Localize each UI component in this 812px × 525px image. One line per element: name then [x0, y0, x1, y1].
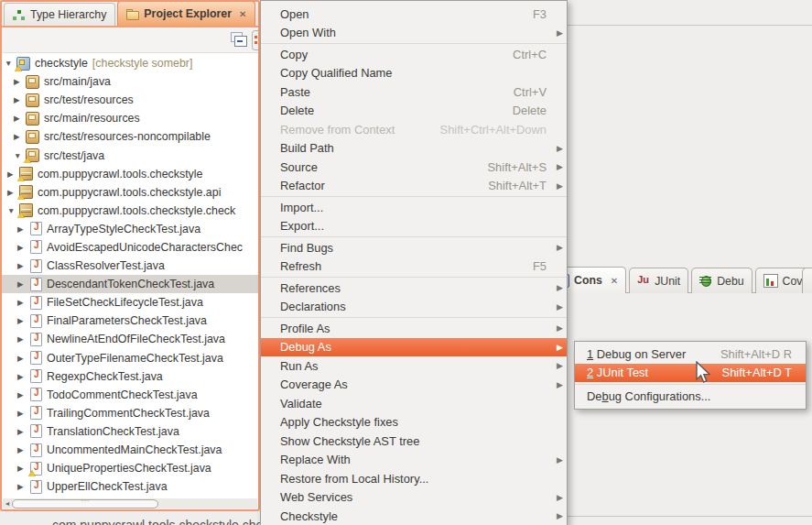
menu-item[interactable]: References ▶: [261, 279, 567, 298]
tree-item[interactable]: src/test/java: [2, 146, 258, 164]
tree-item[interactable]: UpperEllCheckTest.java: [2, 477, 258, 496]
tree-item-label: ClassResolverTest.java: [47, 259, 165, 272]
menu-item-label: Refresh: [280, 259, 321, 273]
tree-item[interactable]: ArrayTypeStyleCheckTest.java: [2, 220, 258, 238]
menu-item[interactable]: Copy Qualified Name ▶: [261, 64, 567, 83]
menu-item[interactable]: Run As ▶: [261, 356, 567, 376]
tree-item[interactable]: AvoidEscapedUnicodeCharactersChec: [2, 238, 258, 257]
menu-item[interactable]: ▶: [261, 317, 567, 318]
menu-item[interactable]: Paste Ctrl+V ▶: [261, 82, 567, 102]
tree-item[interactable]: NewlineAtEndOfFileCheckTest.java: [2, 330, 258, 348]
tree-item[interactable]: FinalParametersCheckTest.java: [2, 312, 258, 330]
expander-icon[interactable]: [14, 95, 24, 104]
tree-item[interactable]: src/main/resources: [2, 109, 258, 127]
menu-item[interactable]: Checkstyle ▶: [261, 507, 567, 525]
menu-item[interactable]: Web Services ▶: [261, 488, 567, 508]
view-menu-button-partial[interactable]: [252, 30, 260, 50]
tree-item[interactable]: FileSetCheckLifecycleTest.java: [2, 293, 258, 312]
expander-icon[interactable]: [17, 464, 27, 473]
expander-icon[interactable]: [5, 59, 15, 68]
menu-item[interactable]: Apply Checkstyle fixes ▶: [261, 413, 567, 432]
tree-item[interactable]: TodoCommentCheckTest.java: [2, 386, 258, 404]
console-tab[interactable]: Debu ✕: [691, 268, 752, 293]
console-tab[interactable]: JUnit ✕: [629, 268, 688, 293]
tree-item[interactable]: com.puppycrawl.tools.checkstyle.api: [2, 183, 258, 202]
menu-item[interactable]: Debug As ▶: [261, 338, 567, 357]
menu-item[interactable]: Build Path ▶: [261, 139, 567, 159]
menu-item[interactable]: Delete Delete ▶: [261, 102, 567, 121]
tree-item[interactable]: RegexpCheckTest.java: [2, 367, 258, 386]
tree-item[interactable]: UncommentedMainCheckTest.java: [2, 441, 258, 459]
expander-icon[interactable]: [14, 132, 24, 141]
expander-icon[interactable]: [17, 261, 27, 270]
submenu-item[interactable]: Debug Configurations...: [575, 387, 806, 406]
menu-item[interactable]: ▶: [261, 196, 567, 197]
tree-item[interactable]: checkstyle [checkstyle somebr]: [2, 54, 258, 72]
expander-icon[interactable]: [7, 188, 17, 197]
menu-item[interactable]: Copy Ctrl+C ▶: [261, 45, 567, 64]
expander-icon[interactable]: [17, 409, 27, 418]
scrollbar-thumb[interactable]: [12, 499, 158, 509]
expander-icon[interactable]: [14, 77, 24, 86]
expander-icon[interactable]: [17, 445, 27, 454]
tree-item[interactable]: src/test/resources: [2, 91, 258, 109]
expander-icon[interactable]: [17, 279, 27, 289]
tree-item[interactable]: com.puppycrawl.tools.checkstyle: [2, 165, 258, 183]
tree-item[interactable]: TrailingCommentCheckTest.java: [2, 404, 258, 422]
menu-item[interactable]: ▶: [261, 43, 567, 44]
menu-item[interactable]: Declarations ▶: [261, 298, 567, 317]
menu-item[interactable]: Coverage As ▶: [261, 376, 567, 395]
expander-icon[interactable]: [17, 427, 27, 436]
expander-icon[interactable]: [7, 206, 17, 215]
menu-item[interactable]: Profile As ▶: [261, 319, 567, 338]
expander-icon[interactable]: [7, 170, 17, 179]
tree-item[interactable]: src/main/java: [2, 72, 258, 91]
menu-item[interactable]: Refresh F5 ▶: [261, 257, 567, 277]
menu-item[interactable]: Refactor Shift+Alt+T ▶: [261, 177, 567, 196]
tree-item-icon: [30, 388, 42, 401]
expander-icon[interactable]: [17, 224, 27, 234]
expander-icon[interactable]: [17, 372, 27, 381]
menu-item[interactable]: Remove from Context Shift+Ctrl+Alt+Down …: [261, 120, 567, 139]
expander-icon[interactable]: [17, 390, 27, 399]
tree-item[interactable]: com.puppycrawl.tools.checkstyle.check: [2, 202, 258, 220]
close-icon[interactable]: ✕: [611, 276, 618, 286]
menu-item[interactable]: Open F3 ▶: [261, 5, 567, 24]
collapse-all-button[interactable]: [231, 32, 247, 47]
expander-icon[interactable]: [17, 334, 27, 344]
submenu-item[interactable]: 2 JUnit Test Shift+Alt+D T: [575, 364, 806, 383]
menu-item[interactable]: ▶: [261, 277, 567, 278]
menu-item[interactable]: Replace With ▶: [261, 451, 567, 470]
tree-item[interactable]: src/test/resources-noncompilable: [2, 127, 258, 146]
menu-item[interactable]: Open With ▶: [261, 24, 567, 43]
tree-item[interactable]: TranslationCheckTest.java: [2, 422, 258, 441]
expander-icon[interactable]: [17, 316, 27, 325]
submenu-item[interactable]: [575, 384, 806, 385]
partial-tab[interactable]: [802, 268, 812, 293]
expander-icon[interactable]: [17, 298, 27, 307]
expander-icon[interactable]: [14, 114, 24, 123]
menu-item[interactable]: Validate ▶: [261, 394, 567, 413]
tree-item[interactable]: UniquePropertiesCheckTest.java: [2, 459, 258, 477]
submenu-item[interactable]: 1 Debug on Server Shift+Alt+D R: [575, 345, 806, 364]
expander-icon[interactable]: [14, 151, 24, 160]
tree-item[interactable]: OuterTypeFilenameCheckTest.java: [2, 349, 258, 367]
tree-item-icon: [26, 112, 39, 126]
horizontal-scrollbar[interactable]: ◄: [3, 498, 257, 509]
expander-icon[interactable]: [17, 243, 27, 252]
tree-item[interactable]: DescendantTokenCheckTest.java: [2, 275, 258, 293]
menu-item[interactable]: Show Checkstyle AST tree ▶: [261, 432, 567, 451]
menu-item[interactable]: Export... ▶: [261, 217, 567, 236]
tree-item[interactable]: ClassResolverTest.java: [2, 257, 258, 275]
view-tab[interactable]: Type Hierarchy ✕: [4, 3, 115, 26]
close-icon[interactable]: ✕: [239, 9, 246, 19]
menu-item[interactable]: Source Shift+Alt+S ▶: [261, 158, 567, 177]
menu-item[interactable]: Import... ▶: [261, 198, 567, 217]
menu-item[interactable]: Restore from Local History... ▶: [261, 469, 567, 488]
view-tab[interactable]: Project Explorer ✕: [117, 1, 255, 26]
menu-item[interactable]: ▶: [261, 236, 567, 237]
menu-item[interactable]: Find Bugs ▶: [261, 238, 567, 257]
expander-icon[interactable]: [17, 482, 27, 491]
scroll-left-arrow-icon[interactable]: ◄: [3, 500, 12, 507]
expander-icon[interactable]: [17, 354, 27, 363]
